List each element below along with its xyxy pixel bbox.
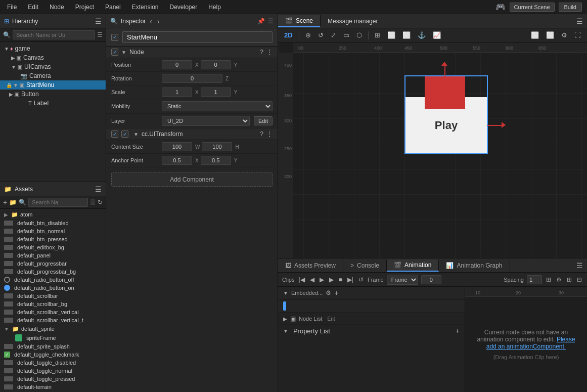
tree-item-game[interactable]: ▼ ♦ game bbox=[0, 44, 106, 53]
asset-panel[interactable]: default_panel bbox=[0, 251, 106, 259]
asset-progressbar-bg[interactable]: default_progressbar_bg bbox=[0, 268, 106, 276]
asset-atom[interactable]: ▶ 📁 atom bbox=[0, 210, 106, 219]
build-button[interactable]: Build bbox=[559, 3, 582, 12]
menu-help[interactable]: Help bbox=[206, 3, 223, 12]
asset-editbox-bg[interactable]: default_editbox_bg bbox=[0, 243, 106, 251]
menu-project[interactable]: Project bbox=[73, 3, 96, 12]
menu-extension[interactable]: Extension bbox=[130, 3, 161, 12]
hierarchy-menu-icon[interactable]: ☰ bbox=[95, 17, 102, 25]
anim-next-btn[interactable]: ▶ bbox=[328, 275, 335, 284]
uitransform-more[interactable]: ⋮ bbox=[266, 130, 273, 138]
asset-progressbar[interactable]: default_progressbar bbox=[0, 259, 106, 268]
inspector-pin-btn[interactable]: 📌 bbox=[257, 18, 265, 25]
rect-tool[interactable]: ▭ bbox=[341, 30, 351, 40]
embedded-settings-btn[interactable]: ⚙ bbox=[326, 289, 331, 296]
position-x-input[interactable] bbox=[162, 60, 192, 69]
content-size-h-input[interactable] bbox=[202, 142, 232, 151]
hierarchy-search-input[interactable] bbox=[13, 30, 95, 39]
menu-file[interactable]: File bbox=[5, 3, 19, 12]
anchor-tool[interactable]: ⚓ bbox=[416, 30, 428, 40]
anim-import[interactable]: ⊞ bbox=[566, 275, 573, 284]
asset-default-terrain[interactable]: default-terrain bbox=[0, 383, 106, 391]
asset-scrollbar-vertical-t[interactable]: default_scrollbar_vertical_t bbox=[0, 316, 106, 324]
scene-canvas[interactable]: 00 350 400 450 500 550 600 650 400 350 3… bbox=[278, 42, 587, 258]
assets-list-btn[interactable]: ☰ bbox=[90, 199, 96, 206]
node-list-section[interactable]: ▶ ▣ Node List Ent bbox=[278, 313, 465, 325]
menu-panel[interactable]: Panel bbox=[103, 3, 123, 12]
position-y-input[interactable] bbox=[201, 60, 231, 69]
layer-edit-btn[interactable]: Edit bbox=[254, 116, 273, 125]
node-section-checkbox[interactable] bbox=[111, 49, 118, 56]
content-size-w-input[interactable] bbox=[162, 142, 192, 151]
asset-btn-pressed[interactable]: default_btn_pressed bbox=[0, 235, 106, 243]
tab-assets-preview[interactable]: 🖼 Assets Preview bbox=[278, 260, 343, 271]
tree-item-button[interactable]: ▶ ▣ Button bbox=[0, 90, 106, 99]
menu-node[interactable]: Node bbox=[48, 3, 66, 12]
inspector-back-btn[interactable]: ‹ bbox=[149, 17, 153, 25]
assets-add-btn[interactable]: + bbox=[3, 198, 7, 206]
add-component-btn[interactable]: Add Component bbox=[111, 172, 273, 187]
property-list-section[interactable]: ▼ Property List + bbox=[278, 325, 465, 337]
spacing-input[interactable] bbox=[527, 275, 542, 284]
asset-btn-disabled[interactable]: default_btn_disabled bbox=[0, 219, 106, 227]
anchor-point-y-input[interactable] bbox=[201, 156, 231, 165]
frame-value-input[interactable] bbox=[421, 275, 441, 284]
scale-y-input[interactable] bbox=[201, 88, 231, 97]
asset-default-sprite[interactable]: ▼ 📁 default_sprite bbox=[0, 324, 106, 333]
rotate-tool[interactable]: ↺ bbox=[316, 30, 326, 40]
asset-toggle-checkmark[interactable]: ✓ default_toggle_checkmark bbox=[0, 351, 106, 359]
rotation-z-input[interactable] bbox=[162, 74, 222, 83]
scene-right-1[interactable]: ⬜ bbox=[529, 30, 541, 40]
layer-dropdown[interactable]: UI_2D bbox=[162, 116, 250, 126]
anim-start-btn[interactable]: |◀ bbox=[297, 275, 305, 284]
tree-item-camera[interactable]: 📷 Camera bbox=[0, 71, 106, 80]
graph-tool[interactable]: 📈 bbox=[431, 30, 443, 40]
mobility-dropdown[interactable]: Static bbox=[162, 101, 273, 111]
asset-scrollbar[interactable]: default_scrollbar bbox=[0, 292, 106, 300]
asset-radio-off[interactable]: default_radio_button_off bbox=[0, 276, 106, 284]
embedded-add-btn[interactable]: + bbox=[334, 289, 338, 297]
transform-tool[interactable]: ⊕ bbox=[303, 30, 313, 40]
tab-animation[interactable]: 🎬 Animation bbox=[387, 259, 439, 272]
scene-tab[interactable]: 🎬 Scene bbox=[278, 15, 321, 27]
uitransform-help[interactable]: ? bbox=[260, 130, 263, 138]
mode-2d-btn[interactable]: 2D bbox=[282, 30, 295, 40]
snap-tool[interactable]: ⊞ bbox=[373, 30, 382, 40]
frame-dropdown[interactable]: Frame bbox=[387, 275, 418, 285]
anim-end-btn[interactable]: ▶| bbox=[346, 275, 354, 284]
assets-menu-icon[interactable]: ☰ bbox=[95, 185, 102, 193]
asset-scrollbar-vertical[interactable]: default_scrollbar_vertical bbox=[0, 308, 106, 316]
anim-loop-btn[interactable]: ↺ bbox=[357, 275, 365, 284]
anim-play-btn[interactable]: ▶ bbox=[319, 275, 325, 284]
scale-x-input[interactable] bbox=[162, 88, 192, 97]
node-section-help[interactable]: ? bbox=[260, 49, 263, 56]
assets-search-input[interactable] bbox=[28, 198, 88, 207]
uitransform-checkbox[interactable] bbox=[111, 130, 118, 138]
scene-fullscreen-btn[interactable]: ⛶ bbox=[572, 30, 583, 40]
inspector-menu-btn[interactable]: ☰ bbox=[268, 18, 274, 25]
asset-toggle-pressed[interactable]: default_toggle_pressed bbox=[0, 375, 106, 383]
asset-radio-on[interactable]: default_radio_button_on bbox=[0, 284, 106, 292]
anim-stop-btn[interactable]: ■ bbox=[338, 275, 343, 284]
scene-right-2[interactable]: ⬜ bbox=[544, 30, 556, 40]
tree-item-startmenu[interactable]: 🔒 ▼ ▣ StartMenu bbox=[0, 80, 106, 90]
menu-edit[interactable]: Edit bbox=[26, 3, 40, 12]
poly-tool[interactable]: ⬡ bbox=[354, 30, 364, 40]
anim-close-btn[interactable]: ⊟ bbox=[576, 275, 583, 284]
bottom-menu-btn[interactable]: ☰ bbox=[572, 259, 587, 272]
assets-folder-btn[interactable]: 📁 bbox=[9, 199, 17, 206]
scene-settings-btn[interactable]: ⚙ bbox=[559, 30, 569, 40]
tree-item-canvas[interactable]: ▶ ▣ Canvas bbox=[0, 53, 106, 62]
align-left-tool[interactable]: ⬜ bbox=[385, 30, 397, 40]
tree-item-uicanvas[interactable]: ▼ ▣ UICanvas bbox=[0, 62, 106, 71]
anim-add-keyframe[interactable]: ⊞ bbox=[545, 275, 552, 284]
anim-settings[interactable]: ⚙ bbox=[555, 275, 563, 284]
menu-developer[interactable]: Developer bbox=[167, 3, 199, 12]
scene-menu-btn[interactable]: ☰ bbox=[572, 15, 587, 27]
tab-console[interactable]: > Console bbox=[343, 260, 387, 271]
asset-scrollbar-bg[interactable]: default_scrollbar_bg bbox=[0, 300, 106, 308]
scene-dropdown[interactable]: Current Scene bbox=[510, 3, 555, 12]
hierarchy-list-icon[interactable]: ☰ bbox=[97, 31, 103, 38]
scale-tool[interactable]: ⤢ bbox=[329, 30, 338, 40]
message-manager-tab[interactable]: Message manager bbox=[321, 16, 385, 27]
